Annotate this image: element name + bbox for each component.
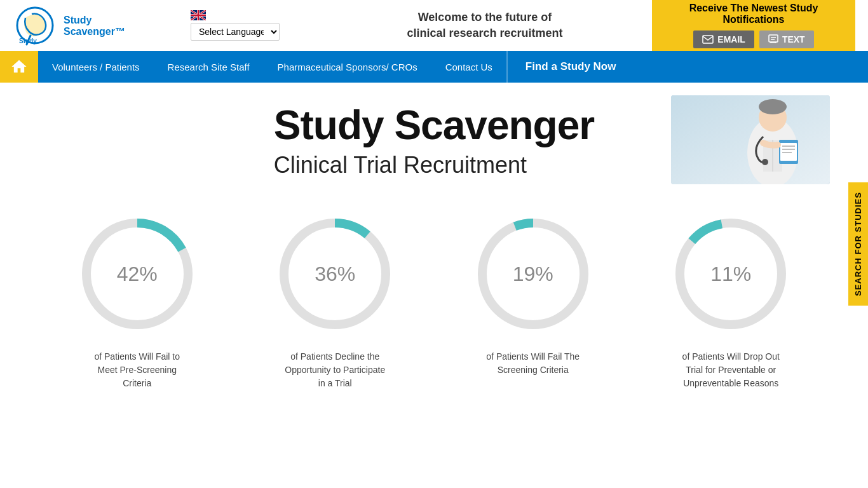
svg-text:Study: Study: [19, 37, 37, 44]
svg-text:Study: Study: [64, 15, 92, 25]
stats-section: 42% of Patients Will Fail toMeet Pre-Scr…: [0, 191, 868, 403]
donut-11: 11%: [667, 210, 794, 337]
notification-title: Receive The Newest Study Notifications: [665, 3, 843, 25]
home-nav-button[interactable]: [0, 51, 38, 83]
svg-text:Scavenger™: Scavenger™: [64, 26, 125, 37]
svg-point-16: [762, 159, 768, 165]
welcome-text: Welcome to the future of clinical resear…: [318, 10, 652, 41]
stat-item-36: 36% of Patients Decline theOpportunity t…: [265, 210, 405, 390]
stat-item-42: 42% of Patients Will Fail toMeet Pre-Scr…: [67, 210, 207, 390]
logo-icon: Study Scavenger: [13, 5, 57, 46]
logo-area: Study Scavenger Study Scavenger™: [13, 5, 191, 46]
stat-desc-19: of Patients Will Fail TheScreening Crite…: [486, 350, 580, 377]
svg-rect-6: [703, 36, 713, 43]
uk-flag-icon: [191, 10, 206, 20]
stat-item-11: 11% of Patients Will Drop OutTrial for P…: [661, 210, 801, 390]
doctor-illustration: [671, 95, 830, 184]
svg-rect-18: [780, 143, 797, 161]
stat-label-19: 19%: [513, 262, 553, 286]
language-select[interactable]: Select Language English Spanish French: [191, 23, 280, 41]
email-icon: [702, 35, 714, 44]
nav-item-contact[interactable]: Contact Us: [431, 51, 506, 83]
donut-36: 36%: [271, 210, 398, 337]
hero-title: Study Scavenger: [274, 102, 594, 149]
stat-desc-36: of Patients Decline theOpportunity to Pa…: [285, 350, 385, 390]
email-button[interactable]: EMAIL: [693, 30, 754, 48]
home-icon: [10, 58, 28, 76]
nav-items: Volunteers / Patients Research Site Staf…: [38, 51, 868, 83]
text-icon: [768, 34, 778, 44]
stat-desc-11: of Patients Will Drop OutTrial for Preve…: [682, 350, 780, 390]
nav-item-volunteers[interactable]: Volunteers / Patients: [38, 51, 154, 83]
donut-42: 42%: [74, 210, 201, 337]
nav-bar: Volunteers / Patients Research Site Staf…: [0, 51, 868, 83]
search-studies-tab[interactable]: SEARCH FOR STUDIES: [848, 182, 868, 306]
header-top: Study Scavenger Study Scavenger™ Select …: [0, 0, 868, 51]
stat-label-36: 36%: [315, 262, 355, 286]
notification-buttons: EMAIL TEXT: [665, 30, 843, 48]
hero-text: Study Scavenger Clinical Trial Recruitme…: [274, 102, 594, 179]
svg-point-13: [759, 99, 787, 114]
notification-panel: Receive The Newest Study Notifications E…: [652, 0, 855, 51]
hero-section: Study Scavenger Clinical Trial Recruitme…: [0, 83, 868, 191]
hero-subtitle: Clinical Trial Recruitment: [274, 152, 594, 179]
hero-image: [671, 95, 830, 184]
nav-item-find-study[interactable]: Find a Study Now: [506, 51, 634, 83]
stat-label-11: 11%: [710, 262, 751, 286]
svg-rect-7: [769, 35, 778, 42]
nav-item-research[interactable]: Research Site Staff: [154, 51, 264, 83]
stat-desc-42: of Patients Will Fail toMeet Pre-Screeni…: [94, 350, 180, 390]
svg-text:Scavenger: Scavenger: [18, 46, 45, 46]
lang-area: Select Language English Spanish French: [191, 10, 292, 41]
text-button[interactable]: TEXT: [759, 30, 814, 48]
main-content: Study Scavenger Clinical Trial Recruitme…: [0, 83, 868, 403]
nav-item-pharma[interactable]: Pharmaceutical Sponsors/ CROs: [264, 51, 431, 83]
stat-label-42: 42%: [117, 262, 158, 286]
stat-item-19: 19% of Patients Will Fail TheScreening C…: [463, 210, 603, 390]
donut-19: 19%: [470, 210, 597, 337]
logo-text: Study Scavenger™: [62, 10, 145, 41]
